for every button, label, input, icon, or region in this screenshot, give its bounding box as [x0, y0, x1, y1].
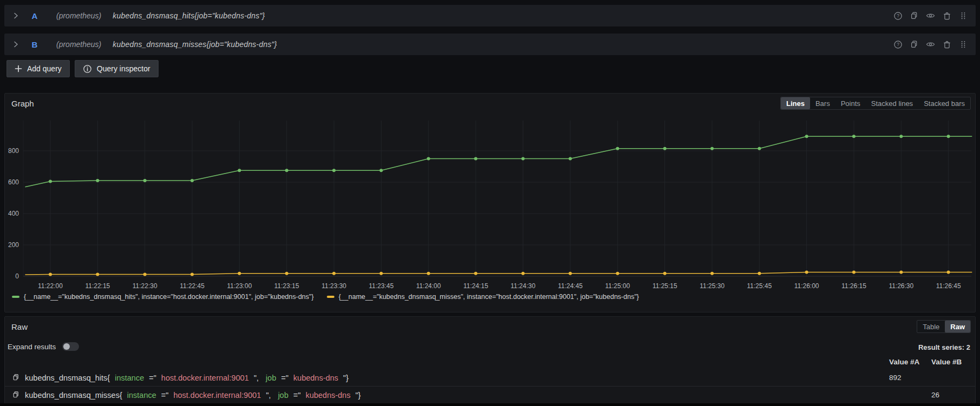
display-mode-lines[interactable]: Lines: [781, 97, 810, 109]
series-point[interactable]: [616, 272, 619, 275]
series-point[interactable]: [332, 169, 336, 172]
row-expression: kubedns_dnsmasq_misses{instance="host.do…: [12, 391, 361, 400]
eye-icon[interactable]: [926, 40, 935, 49]
raw-results-panel: Raw TableRaw Expand results Result serie…: [4, 316, 976, 404]
add-query-button[interactable]: Add query: [6, 60, 70, 77]
series-point[interactable]: [332, 272, 336, 275]
duplicate-icon[interactable]: [910, 40, 919, 49]
cell-value-a: 892: [889, 369, 902, 386]
series-point[interactable]: [427, 272, 430, 275]
expr-token-string: kubedns-dns: [293, 374, 338, 382]
series-point[interactable]: [427, 157, 430, 161]
series-point[interactable]: [569, 272, 572, 275]
drag-handle-icon[interactable]: [958, 11, 968, 21]
legend-series-label: {__name__="kubedns_dnsmasq_misses", inst…: [339, 293, 639, 301]
x-axis-tick-label: 11:22:00: [38, 282, 63, 290]
series-point[interactable]: [663, 147, 667, 150]
expr-token-plain: =": [281, 374, 288, 382]
series-point[interactable]: [758, 147, 761, 150]
series-point[interactable]: [758, 272, 761, 275]
series-point[interactable]: [285, 272, 288, 275]
query-expression[interactable]: kubedns_dnsmasq_misses{job="kubedns-dns"…: [113, 40, 277, 49]
series-point[interactable]: [522, 157, 525, 161]
plus-icon: [15, 65, 22, 72]
copy-icon[interactable]: [12, 391, 20, 399]
help-icon[interactable]: ?: [893, 11, 903, 21]
result-view-toggle-group: TableRaw: [917, 320, 971, 333]
series-point[interactable]: [190, 273, 194, 276]
result-view-raw[interactable]: Raw: [945, 321, 970, 332]
x-axis-tick-label: 11:26:45: [936, 282, 961, 290]
series-point[interactable]: [238, 272, 241, 275]
series-point[interactable]: [805, 271, 808, 274]
series-point[interactable]: [96, 179, 99, 182]
series-point[interactable]: [663, 272, 667, 275]
trash-icon[interactable]: [942, 40, 951, 49]
expand-results-label: Expand results: [8, 343, 56, 351]
trash-icon[interactable]: [942, 11, 951, 21]
copy-icon[interactable]: [12, 374, 20, 382]
series-point[interactable]: [238, 169, 241, 172]
x-axis-tick-label: 11:26:15: [841, 282, 866, 290]
series-point[interactable]: [569, 157, 572, 161]
chart-legend: {__name__="kubedns_dnsmasq_hits", instan…: [12, 293, 639, 301]
y-axis-tick-label: 800: [8, 147, 19, 155]
query-row-B: B(prometheus)kubedns_dnsmasq_misses{job=…: [4, 34, 976, 55]
expand-query-button[interactable]: [14, 12, 18, 19]
query-inspector-button[interactable]: Query inspector: [75, 60, 159, 77]
display-mode-bars[interactable]: Bars: [810, 97, 836, 109]
x-axis-tick-label: 11:25:45: [747, 282, 772, 290]
legend-series-dash: [327, 296, 334, 298]
series-point[interactable]: [474, 157, 477, 161]
series-point[interactable]: [711, 147, 714, 150]
series-point[interactable]: [616, 147, 619, 150]
series-point[interactable]: [379, 272, 383, 275]
series-point[interactable]: [190, 179, 194, 182]
x-axis-tick-label: 11:26:30: [889, 282, 913, 290]
row-expression: kubedns_dnsmasq_hits{instance="host.dock…: [12, 374, 348, 382]
series-point[interactable]: [711, 272, 714, 275]
series-point[interactable]: [49, 180, 52, 183]
series-point[interactable]: [285, 169, 288, 172]
expr-token-string: host.docker.internal:9001: [161, 374, 249, 382]
expand-query-button[interactable]: [14, 41, 18, 48]
graph-panel: Graph LinesBarsPointsStacked linesStacke…: [4, 93, 976, 312]
x-axis-tick-label: 11:24:45: [558, 282, 583, 290]
display-mode-stacked-lines[interactable]: Stacked lines: [866, 97, 918, 109]
legend-item[interactable]: {__name__="kubedns_dnsmasq_hits", instan…: [12, 293, 314, 301]
display-mode-stacked-bars[interactable]: Stacked bars: [918, 97, 970, 109]
eye-icon[interactable]: [926, 11, 935, 21]
series-point[interactable]: [947, 135, 950, 138]
series-point[interactable]: [474, 272, 477, 275]
raw-table-header: Value #AValue #B: [5, 358, 975, 369]
x-axis-tick-label: 11:24:00: [416, 282, 441, 290]
series-point[interactable]: [899, 135, 903, 138]
duplicate-icon[interactable]: [910, 11, 919, 21]
y-axis-tick-label: 400: [8, 210, 19, 217]
result-view-table[interactable]: Table: [917, 321, 945, 332]
legend-series-dash: [12, 296, 19, 298]
series-point[interactable]: [947, 271, 950, 274]
query-ref-letter[interactable]: A: [30, 11, 40, 21]
legend-item[interactable]: {__name__="kubedns_dnsmasq_misses", inst…: [327, 293, 639, 301]
series-point[interactable]: [96, 273, 99, 276]
query-ref-letter[interactable]: B: [30, 40, 40, 49]
expr-token-label: job: [278, 391, 288, 400]
series-point[interactable]: [379, 169, 383, 172]
table-row: kubedns_dnsmasq_misses{instance="host.do…: [5, 387, 975, 404]
cell-value-b: 26: [931, 387, 939, 403]
query-expression[interactable]: kubedns_dnsmasq_hits{job="kubedns-dns"}: [113, 11, 265, 20]
series-point[interactable]: [852, 135, 856, 138]
drag-handle-icon[interactable]: [958, 40, 968, 49]
series-point[interactable]: [522, 272, 525, 275]
expand-results-switch[interactable]: [62, 342, 79, 351]
series-point[interactable]: [805, 135, 808, 138]
timeseries-chart[interactable]: 11:22:0011:22:1511:22:3011:22:4511:23:00…: [5, 111, 975, 295]
help-icon[interactable]: ?: [893, 40, 903, 49]
series-point[interactable]: [49, 273, 52, 276]
series-point[interactable]: [143, 273, 147, 276]
display-mode-points[interactable]: Points: [836, 97, 866, 109]
series-point[interactable]: [852, 271, 856, 274]
series-point[interactable]: [143, 179, 147, 182]
series-point[interactable]: [899, 271, 903, 274]
